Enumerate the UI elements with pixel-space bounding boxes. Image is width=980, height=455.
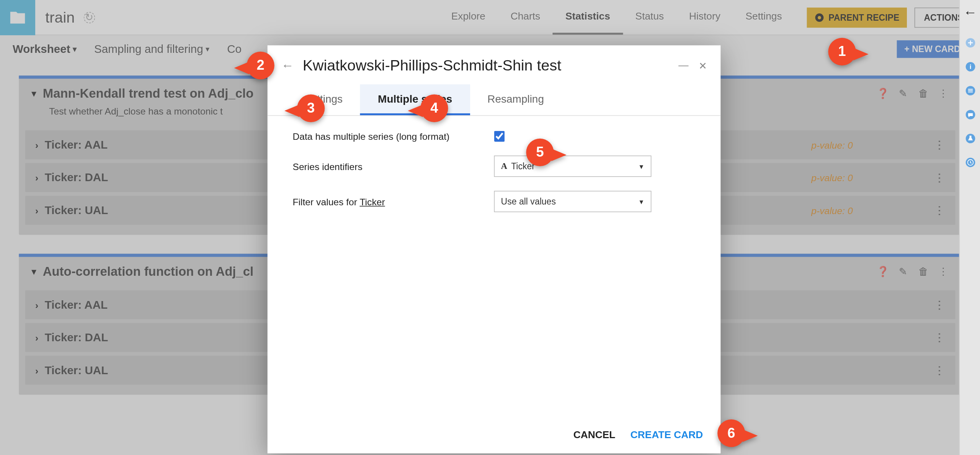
list-icon[interactable] <box>964 84 977 97</box>
filter-label-column: Ticker <box>359 196 385 207</box>
right-rail: ← i <box>959 0 980 455</box>
form-row-series-id: Series identifiers A Ticker ▼ <box>292 155 695 177</box>
chevron-down-icon: ▼ <box>638 198 644 205</box>
filter-values-select[interactable]: Use all values ▼ <box>494 191 652 212</box>
minimize-icon[interactable]: — <box>678 59 688 71</box>
text-type-icon: A <box>501 161 508 171</box>
series-id-select[interactable]: A Ticker ▼ <box>494 155 652 177</box>
modal-tab-multiple-series[interactable]: Multiple series <box>360 84 470 115</box>
create-card-button[interactable]: CREATE CARD <box>630 429 703 441</box>
modal-kpss: ← Kwiatkowski-Phillips-Schmidt-Shin test… <box>268 45 721 453</box>
multi-series-checkbox[interactable] <box>494 131 505 142</box>
lab-icon[interactable] <box>964 132 977 145</box>
filter-value: Use all values <box>501 196 556 206</box>
modal-title: Kwiatkowski-Phillips-Schmidt-Shin test <box>303 57 561 74</box>
modal-tab-resampling[interactable]: Resampling <box>470 84 562 115</box>
close-icon[interactable]: ✕ <box>699 59 707 71</box>
add-icon[interactable] <box>964 36 977 49</box>
back-arrow-icon[interactable]: ← <box>281 58 294 73</box>
series-id-value: Ticker <box>511 161 535 171</box>
svg-text:i: i <box>969 63 971 70</box>
modal-tabs: Settings Multiple series Resampling <box>268 79 721 116</box>
chat-icon[interactable] <box>964 108 977 121</box>
chevron-down-icon: ▼ <box>638 163 644 170</box>
collapse-rail-icon[interactable]: ← <box>964 6 977 19</box>
multi-series-label: Data has multiple series (long format) <box>292 131 494 142</box>
form-row-filter: Filter values for Ticker Use all values … <box>292 191 695 212</box>
form-row-multiseries: Data has multiple series (long format) <box>292 131 695 142</box>
modal-tab-settings[interactable]: Settings <box>286 84 360 115</box>
filter-label: Filter values for Ticker <box>292 196 494 207</box>
series-id-label: Series identifiers <box>292 161 494 172</box>
modal-controls: — ✕ <box>678 59 707 71</box>
modal-body: Data has multiple series (long format) S… <box>268 116 721 419</box>
modal-footer: CANCEL CREATE CARD <box>268 419 721 453</box>
history-icon[interactable] <box>964 156 977 169</box>
filter-label-prefix: Filter values for <box>292 196 359 207</box>
modal-header: ← Kwiatkowski-Phillips-Schmidt-Shin test… <box>268 45 721 79</box>
cancel-button[interactable]: CANCEL <box>573 429 616 441</box>
info-icon[interactable]: i <box>964 61 977 73</box>
